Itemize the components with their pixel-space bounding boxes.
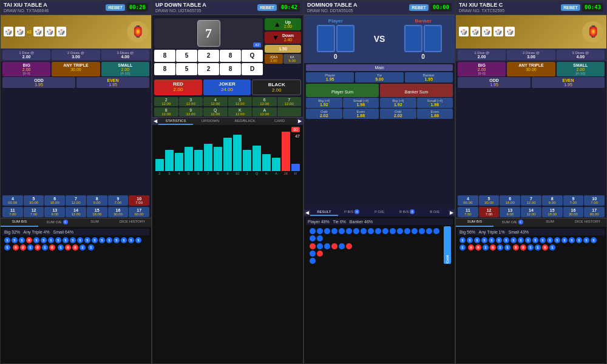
num-11[interactable]: 117.00 <box>2 207 23 217</box>
banker-big-bet[interactable]: Big [>4] 1.92 <box>380 98 416 108</box>
num-c-14[interactable]: 1412.00 <box>521 207 541 217</box>
num-c-17[interactable]: 1760.00 <box>584 207 605 217</box>
ud-num-3[interactable]: 312.00 <box>179 97 203 106</box>
num-c-13[interactable]: 139.00 <box>500 207 520 217</box>
banker-even-bet[interactable]: Even 1.88 <box>417 109 453 119</box>
num-8[interactable]: 89.00 <box>87 195 107 206</box>
tab-sum-bs[interactable]: SUM B/S <box>1 218 38 227</box>
tab-result[interactable]: RESULT <box>310 209 338 216</box>
dice-odds-c-3[interactable]: 3 Dices @ 4.00 <box>557 50 605 60</box>
nav-left-domino[interactable]: ◀ <box>304 210 310 215</box>
bet-even[interactable]: EVEN 1.95 <box>76 77 149 88</box>
ud-num-8[interactable]: 812.00 <box>154 107 178 116</box>
tab-sum-oe-c[interactable]: SUM O/E 4 <box>493 218 531 227</box>
card-q[interactable]: Q <box>242 50 263 62</box>
tab-statistics[interactable]: STATISTICS <box>158 118 193 125</box>
num-5[interactable]: 530.00 <box>24 195 44 206</box>
ud-num-a[interactable]: A12.00 <box>253 107 277 116</box>
num-c-9[interactable]: 97.00 <box>563 195 584 206</box>
num-c-5[interactable]: 530.00 <box>479 195 500 206</box>
tab-sum[interactable]: SUM <box>76 218 114 227</box>
num-c-6[interactable]: 618.00 <box>500 195 520 206</box>
num-7[interactable]: 712.00 <box>66 195 86 206</box>
nav-right-domino[interactable]: ▶ <box>449 210 455 215</box>
card-8a[interactable]: 8 <box>154 50 175 62</box>
ud-num-q2[interactable]: Q12.00 <box>203 107 228 116</box>
num-c-10[interactable]: 107.00 <box>584 195 605 206</box>
num-4[interactable]: 460.00 <box>2 195 23 206</box>
card-8c[interactable]: 8 <box>154 63 175 75</box>
nav-left-updown[interactable]: ◀ <box>152 118 158 125</box>
dice-odds-c-2[interactable]: 2 Dices @ 3.00 <box>507 50 555 60</box>
num-17[interactable]: 1760.00 <box>129 207 149 217</box>
rebet-btn-taixiu-a[interactable]: REBET <box>106 4 125 11</box>
player-even-bet[interactable]: Even 1.88 <box>343 109 379 119</box>
ud-num-2[interactable]: 212.00 <box>154 97 178 106</box>
num-c-11[interactable]: 117.00 <box>458 207 478 217</box>
card-2b[interactable]: 2 <box>198 63 219 75</box>
tab-sum-c[interactable]: SUM <box>531 218 569 227</box>
ud-num-7[interactable]: 712.00 <box>277 97 302 106</box>
player-odd-bet[interactable]: Odd 2.02 <box>306 109 342 119</box>
ud-num-9[interactable]: 912.00 <box>179 107 203 116</box>
tab-updown[interactable]: UP/DOWN <box>193 118 228 125</box>
num-6[interactable]: 618.00 <box>44 195 65 206</box>
tab-b-bs[interactable]: B B/S 8 <box>393 208 421 217</box>
ud-num-5[interactable]: 512.00 <box>228 97 253 106</box>
banker-small-bet[interactable]: Small [<4] 1.98 <box>417 98 453 108</box>
rebet-btn-taixiu-c[interactable]: REBET <box>561 4 580 11</box>
player-card-1[interactable] <box>317 25 335 52</box>
tab-dice-history[interactable]: DICE HISTORY <box>114 218 151 227</box>
num-c-4[interactable]: 460.00 <box>458 195 478 206</box>
dice-odds-2[interactable]: 2 Dices @ 3.00 <box>52 50 100 60</box>
bet-any-triple-c[interactable]: ANY TRIPLE 30.00 <box>507 62 555 76</box>
bet-player[interactable]: Player 1.95 <box>306 72 354 83</box>
tab-sum-bs-c[interactable]: SUM B/S <box>456 218 493 227</box>
tab-b-oe[interactable]: B O/E <box>421 209 449 216</box>
banker-odd-bet[interactable]: Odd 2.02 <box>380 109 416 119</box>
tab-card[interactable]: CARD <box>262 118 297 125</box>
player-small-bet[interactable]: Small [<4] 1.98 <box>343 98 379 108</box>
bet-small-c[interactable]: SMALL 2.00 [4-10] <box>557 62 605 76</box>
card-2a[interactable]: 2 <box>198 50 219 62</box>
bet-joker[interactable]: JOKER 24.00 <box>203 79 251 95</box>
num-c-16[interactable]: 1630.00 <box>563 207 584 217</box>
card-5b[interactable]: 5 <box>176 63 197 75</box>
ud-num-4[interactable]: 412.00 <box>203 97 228 106</box>
bet-ka[interactable]: KA 6.00 <box>283 54 302 64</box>
bet-black[interactable]: BLACK 2.00 <box>252 79 301 95</box>
num-12[interactable]: 127.00 <box>24 207 44 217</box>
banker-card-2[interactable] <box>424 25 442 52</box>
tab-sum-oe[interactable]: SUM O/E 4 <box>38 218 76 227</box>
bet-up[interactable]: ▲ Up2.00 <box>265 18 301 30</box>
ud-num-k[interactable]: K12.00 <box>228 107 253 116</box>
num-c-15[interactable]: 1518.00 <box>542 207 563 217</box>
tab-p-oe[interactable]: P O/E <box>365 209 393 216</box>
bet-red[interactable]: RED 2.00 <box>154 79 202 95</box>
card-d[interactable]: D <box>242 63 263 75</box>
num-c-12[interactable]: 127.00 <box>479 207 500 217</box>
ud-num-6[interactable]: 612.00 <box>253 97 277 106</box>
bet-tie[interactable]: Tie 9.00 <box>355 72 403 83</box>
card-5a[interactable]: 5 <box>176 50 197 62</box>
player-big-bet[interactable]: Big [>4] 1.92 <box>306 98 342 108</box>
num-13[interactable]: 139.00 <box>44 207 65 217</box>
rebet-btn-domino-a[interactable]: REBET <box>409 4 429 11</box>
bet-odd-c[interactable]: ODD 1.95 <box>458 77 531 88</box>
nav-right-updown[interactable]: ▶ <box>297 118 303 125</box>
num-c-8[interactable]: 89.00 <box>542 195 563 206</box>
tab-redblack[interactable]: RED/BLACK <box>228 118 262 125</box>
bet-small[interactable]: SMALL 2.00 [4-10] <box>101 62 149 76</box>
bet-special1[interactable]: 1.50 <box>265 45 301 53</box>
card-8d[interactable]: 8 <box>220 63 241 75</box>
num-16[interactable]: 1630.00 <box>108 207 129 217</box>
dice-odds-3[interactable]: 3 Dices @ 4.00 <box>101 50 149 60</box>
banker-card-1[interactable] <box>404 25 422 52</box>
bet-even-c[interactable]: EVEN 1.95 <box>532 77 605 88</box>
num-10[interactable]: 107.00 <box>129 195 149 206</box>
num-9[interactable]: 97.00 <box>108 195 129 206</box>
num-15[interactable]: 1518.00 <box>87 207 107 217</box>
bet-big[interactable]: BIG 2.00 [9-0] <box>2 62 50 76</box>
bet-big-c[interactable]: BIG 2.00 [9-0] <box>458 62 506 76</box>
bet-odd[interactable]: ODD 1.95 <box>2 77 75 88</box>
